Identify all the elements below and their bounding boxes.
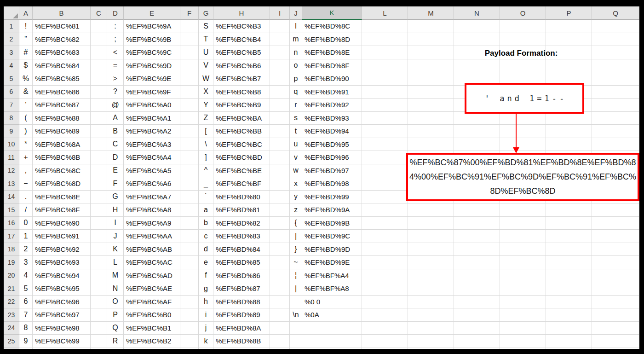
cell-D14[interactable]: G bbox=[107, 191, 124, 204]
cell-C10[interactable] bbox=[91, 138, 107, 151]
cell-F1[interactable] bbox=[180, 20, 199, 33]
row-header-23[interactable]: 23 bbox=[4, 308, 19, 322]
cell-E12[interactable]: %EF%BC%A5 bbox=[124, 164, 180, 178]
cell-I16[interactable] bbox=[270, 217, 290, 230]
cell-H8[interactable]: %EF%BC%BA bbox=[213, 112, 270, 125]
cell-L13[interactable] bbox=[362, 177, 408, 191]
cell-C26[interactable] bbox=[91, 348, 107, 349]
cell-N22[interactable] bbox=[454, 296, 500, 309]
cell-C23[interactable] bbox=[91, 308, 107, 322]
cell-C14[interactable] bbox=[91, 191, 107, 204]
cell-H21[interactable]: %EF%BD%87 bbox=[213, 282, 270, 296]
cell-C19[interactable] bbox=[91, 256, 107, 269]
cell-F12[interactable] bbox=[180, 164, 199, 178]
cell-I26[interactable] bbox=[270, 348, 290, 349]
row-header-13[interactable]: 13 bbox=[4, 177, 19, 191]
cell-D8[interactable]: A bbox=[107, 112, 124, 125]
cell-B13[interactable]: %EF%BC%8D bbox=[33, 177, 91, 191]
cell-A23[interactable]: 7 bbox=[19, 308, 33, 322]
cell-P22[interactable] bbox=[546, 296, 592, 309]
cell-Q25[interactable] bbox=[592, 335, 639, 348]
cell-B26[interactable] bbox=[33, 348, 91, 349]
cell-G23[interactable]: i bbox=[199, 308, 213, 322]
cell-J15[interactable]: z bbox=[290, 203, 302, 217]
cell-Q22[interactable] bbox=[592, 296, 639, 309]
cell-B24[interactable]: %EF%BC%98 bbox=[33, 322, 91, 335]
row-header-17[interactable]: 17 bbox=[4, 230, 19, 243]
cell-B3[interactable]: %EF%BC%83 bbox=[33, 46, 91, 59]
cell-C21[interactable] bbox=[91, 282, 107, 296]
cell-A20[interactable]: 4 bbox=[19, 269, 33, 283]
cell-H16[interactable]: %EF%BD%82 bbox=[213, 217, 270, 230]
cell-D3[interactable]: < bbox=[107, 46, 124, 59]
cell-E25[interactable]: %EF%BC%B2 bbox=[124, 335, 180, 348]
cell-G10[interactable]: \ bbox=[199, 138, 213, 151]
cell-J17[interactable]: | bbox=[290, 230, 302, 243]
cell-J1[interactable]: l bbox=[290, 20, 302, 33]
cell-L24[interactable] bbox=[362, 322, 408, 335]
col-header-N[interactable]: N bbox=[454, 6, 500, 20]
cell-C4[interactable] bbox=[91, 59, 107, 73]
cell-I1[interactable] bbox=[270, 20, 290, 33]
cell-I2[interactable] bbox=[270, 33, 290, 46]
cell-K1[interactable]: %EF%BD%8C bbox=[302, 20, 362, 33]
col-header-Q[interactable]: Q bbox=[592, 6, 639, 20]
cell-M19[interactable] bbox=[408, 256, 454, 269]
cell-G26[interactable] bbox=[199, 348, 213, 349]
cell-N15[interactable] bbox=[454, 203, 500, 217]
cell-I13[interactable] bbox=[270, 177, 290, 191]
cell-P10[interactable] bbox=[546, 138, 592, 151]
cell-F5[interactable] bbox=[180, 72, 199, 86]
cell-M23[interactable] bbox=[408, 308, 454, 322]
cell-E10[interactable]: %EF%BC%A3 bbox=[124, 138, 180, 151]
cell-N1[interactable] bbox=[454, 20, 500, 33]
cell-D4[interactable]: = bbox=[107, 59, 124, 73]
cell-O15[interactable] bbox=[500, 203, 546, 217]
cell-I12[interactable] bbox=[270, 164, 290, 178]
cell-P26[interactable] bbox=[546, 348, 592, 349]
cell-G5[interactable]: W bbox=[199, 72, 213, 86]
cell-G11[interactable]: ] bbox=[199, 151, 213, 164]
cell-J24[interactable] bbox=[290, 322, 302, 335]
cell-C11[interactable] bbox=[91, 151, 107, 164]
row-header-2[interactable]: 2 bbox=[4, 33, 19, 46]
cell-A13[interactable]: − bbox=[19, 177, 33, 191]
cell-P23[interactable] bbox=[546, 308, 592, 322]
cell-M1[interactable] bbox=[408, 20, 454, 33]
cell-N26[interactable] bbox=[454, 348, 500, 349]
cell-Q15[interactable] bbox=[592, 203, 639, 217]
cell-B20[interactable]: %EF%BC%94 bbox=[33, 269, 91, 283]
cell-G22[interactable]: h bbox=[199, 296, 213, 309]
cell-O24[interactable] bbox=[500, 322, 546, 335]
cell-K8[interactable]: %EF%BD%93 bbox=[302, 112, 362, 125]
cell-N23[interactable] bbox=[454, 308, 500, 322]
row-header-24[interactable]: 24 bbox=[4, 322, 19, 335]
cell-A25[interactable]: 9 bbox=[19, 335, 33, 348]
cell-M24[interactable] bbox=[408, 322, 454, 335]
cell-H15[interactable]: %EF%BD%81 bbox=[213, 203, 270, 217]
cell-D23[interactable]: P bbox=[107, 308, 124, 322]
col-header-A[interactable]: A bbox=[19, 6, 33, 20]
cell-A15[interactable]: / bbox=[19, 203, 33, 217]
cell-C2[interactable] bbox=[91, 33, 107, 46]
cell-G20[interactable]: f bbox=[199, 269, 213, 283]
cell-G25[interactable]: k bbox=[199, 335, 213, 348]
col-header-B[interactable]: B bbox=[33, 6, 91, 20]
cell-G6[interactable]: X bbox=[199, 86, 213, 99]
row-header-4[interactable]: 4 bbox=[4, 59, 19, 73]
cell-E2[interactable]: %EF%BC%9B bbox=[124, 33, 180, 46]
cell-I8[interactable] bbox=[270, 112, 290, 125]
cell-A18[interactable]: 2 bbox=[19, 243, 33, 256]
cell-A7[interactable]: ' bbox=[19, 99, 33, 112]
cell-O4[interactable] bbox=[500, 59, 546, 73]
cell-M2[interactable] bbox=[408, 33, 454, 46]
cell-Q6[interactable] bbox=[592, 86, 639, 99]
cell-E21[interactable]: %EF%BC%AE bbox=[124, 282, 180, 296]
cell-I17[interactable] bbox=[270, 230, 290, 243]
cell-K24[interactable] bbox=[302, 322, 362, 335]
cell-N20[interactable] bbox=[454, 269, 500, 283]
cell-C9[interactable] bbox=[91, 125, 107, 138]
cell-K19[interactable]: %EF%BD%9E bbox=[302, 256, 362, 269]
cell-D2[interactable]: ; bbox=[107, 33, 124, 46]
row-header-8[interactable]: 8 bbox=[4, 112, 19, 125]
